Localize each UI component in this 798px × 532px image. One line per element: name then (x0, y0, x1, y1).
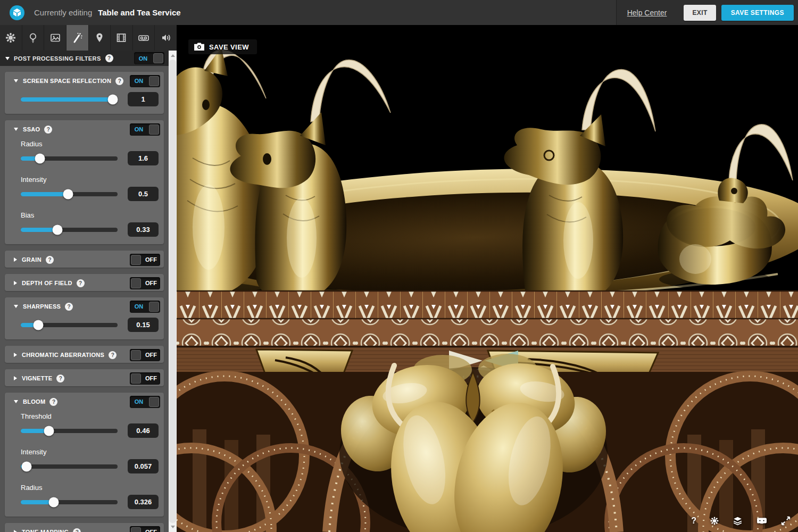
slider-knob[interactable] (63, 189, 73, 199)
scroll-up-icon[interactable] (169, 52, 177, 60)
help-icon[interactable]: ? (109, 351, 117, 359)
sketchfab-logo-icon[interactable] (10, 5, 24, 20)
tab-post-processing[interactable] (66, 25, 89, 51)
save-view-button[interactable]: SAVE VIEW (188, 39, 257, 54)
help-icon[interactable]: ? (691, 516, 696, 526)
filter-label: VIGNETTE (22, 375, 52, 381)
ssr-value[interactable]: 1 (128, 92, 159, 106)
gear-icon (5, 32, 16, 44)
help-icon[interactable]: ? (105, 54, 113, 62)
filter-card-sharpness: SHARPNESS ? ON 0.15 (5, 297, 164, 339)
caret-down-icon (14, 79, 18, 82)
slider-knob[interactable] (33, 320, 43, 330)
bloom-toggle[interactable]: ON (130, 396, 160, 408)
slider-knob[interactable] (35, 153, 45, 163)
vr-goggles-icon[interactable] (756, 516, 768, 526)
post-processing-toggle[interactable]: ON (134, 52, 164, 64)
ssr-toggle[interactable]: ON (130, 75, 160, 87)
filter-label: SSAO (23, 126, 40, 132)
sharpness-slider[interactable] (21, 323, 118, 327)
ssr-slider[interactable] (21, 97, 118, 102)
help-icon[interactable]: ? (65, 303, 73, 311)
help-icon[interactable]: ? (49, 398, 57, 406)
grain-toggle[interactable]: OFF (130, 254, 160, 266)
filter-header[interactable]: CHROMATIC ABERRATIONS ? OFF (5, 346, 164, 362)
bloom-intensity-value[interactable]: 0.057 (128, 459, 159, 473)
ssao-radius-value[interactable]: 1.6 (128, 151, 159, 165)
tone-mapping-toggle[interactable]: OFF (130, 526, 160, 532)
layers-icon[interactable] (733, 516, 743, 526)
toggle-knob (131, 350, 141, 360)
filter-card-tone-mapping: TONE MAPPING ? OFF (5, 523, 164, 532)
filter-card-screen-space-reflection: SCREEN SPACE REFLECTION ? ON (5, 72, 164, 114)
tab-lighting[interactable] (22, 25, 45, 51)
scroll-down-icon[interactable] (169, 523, 177, 531)
tab-background[interactable] (44, 25, 66, 51)
help-center-link[interactable]: Help Center (627, 9, 667, 17)
ssao-intensity-slider[interactable] (21, 192, 118, 196)
ssao-intensity-value[interactable]: 0.5 (128, 187, 159, 201)
bloom-threshold-slider[interactable] (21, 429, 118, 433)
toggle-knob (149, 397, 159, 407)
viewport-controls: ? (691, 516, 791, 526)
sharpness-value[interactable]: 0.15 (128, 318, 159, 332)
ssao-bias-slider[interactable] (21, 228, 118, 232)
exit-button[interactable]: EXIT (684, 5, 716, 21)
tab-vr[interactable] (133, 25, 155, 51)
filter-header[interactable]: BLOOM ? ON (5, 393, 164, 409)
toggle-state-label: OFF (142, 280, 160, 286)
filter-header[interactable]: TONE MAPPING ? OFF (5, 523, 164, 532)
chromatic-toggle[interactable]: OFF (130, 349, 160, 361)
fullscreen-icon[interactable] (781, 516, 791, 526)
filter-header[interactable]: SSAO ? ON (5, 120, 164, 136)
slider-knob[interactable] (44, 426, 54, 436)
filter-label: SCREEN SPACE REFLECTION (23, 78, 111, 84)
filter-header[interactable]: SCREEN SPACE REFLECTION ? ON (5, 72, 164, 88)
slider-knob[interactable] (107, 94, 118, 104)
slider-label: Intensity (21, 448, 164, 456)
post-processing-filters-header[interactable]: POST PROCESSING FILTERS ? ON (0, 51, 169, 66)
ssao-toggle[interactable]: ON (130, 123, 160, 136)
help-icon[interactable]: ? (46, 256, 54, 264)
sidebar-scrollbar[interactable] (169, 51, 177, 532)
vr-goggles-icon (137, 32, 150, 44)
settings-gear-icon[interactable] (710, 516, 719, 526)
filter-label: CHROMATIC ABERRATIONS (22, 352, 104, 358)
tab-sound[interactable] (155, 25, 177, 51)
filter-header[interactable]: VIGNETTE ? OFF (5, 369, 164, 385)
vignette-toggle[interactable]: OFF (130, 372, 160, 385)
ssao-bias-value[interactable]: 0.33 (128, 222, 159, 237)
tab-scene-settings[interactable] (0, 25, 22, 51)
speaker-icon (160, 32, 172, 44)
help-icon[interactable]: ? (56, 375, 64, 383)
help-icon[interactable]: ? (115, 77, 123, 85)
toggle-knob (149, 124, 159, 135)
help-icon[interactable]: ? (77, 279, 85, 287)
scrollbar-thumb[interactable] (169, 60, 176, 523)
bloom-intensity-slider[interactable] (21, 464, 118, 469)
filter-card-chromatic-aberrations: CHROMATIC ABERRATIONS ? OFF (5, 346, 164, 363)
map-pin-icon (94, 32, 105, 44)
slider-knob[interactable] (21, 461, 31, 471)
slider-knob[interactable] (53, 225, 63, 235)
save-settings-button[interactable]: SAVE SETTINGS (721, 5, 794, 21)
filter-header[interactable]: SHARPNESS ? ON (5, 297, 164, 313)
tab-annotations[interactable] (89, 25, 111, 51)
slider-fill (21, 97, 113, 102)
tab-animation[interactable] (111, 25, 133, 51)
dof-toggle[interactable]: OFF (130, 277, 160, 289)
slider-knob[interactable] (48, 497, 59, 507)
sharpness-toggle[interactable]: ON (130, 301, 160, 313)
bloom-threshold-value[interactable]: 0.46 (128, 423, 159, 438)
toggle-state-label: OFF (142, 256, 160, 263)
viewport-3d[interactable]: SAVE VIEW ? (177, 25, 798, 532)
help-icon[interactable]: ? (73, 528, 81, 532)
filter-header[interactable]: DEPTH OF FIELD ? OFF (5, 274, 164, 290)
help-icon[interactable]: ? (44, 126, 52, 134)
filter-header[interactable]: GRAIN ? OFF (5, 251, 164, 267)
bloom-radius-value[interactable]: 0.326 (128, 495, 159, 509)
ssao-radius-slider[interactable] (21, 156, 118, 161)
slider-label: Bias (21, 211, 164, 219)
toggle-knob (131, 527, 141, 532)
bloom-radius-slider[interactable] (21, 500, 118, 504)
